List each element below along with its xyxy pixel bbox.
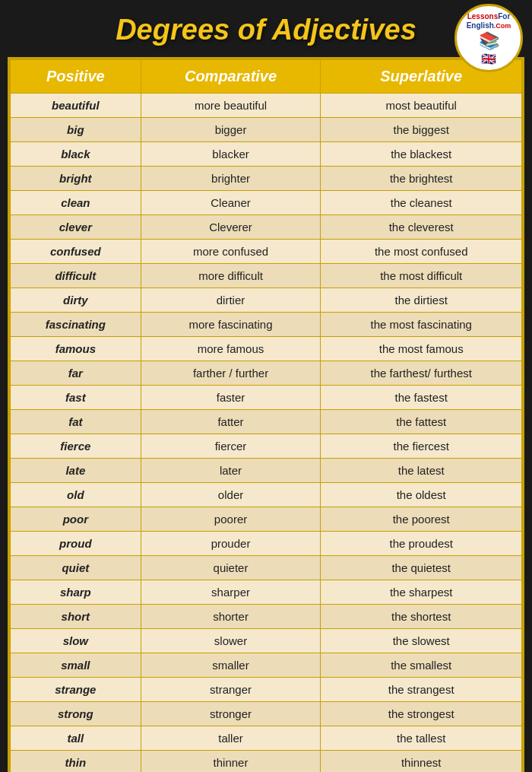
table-row: talltallerthe tallest — [11, 726, 522, 751]
table-row: fascinatingmore fascinatingthe most fasc… — [11, 313, 522, 337]
table-row: bigbiggerthe biggest — [11, 118, 522, 142]
cell-0-2: most beautiful — [321, 94, 522, 118]
cell-4-0: clean — [11, 191, 141, 215]
table-row: brightbrighterthe brightest — [11, 167, 522, 191]
adjectives-table-container: Positive Comparative Superlative beautif… — [8, 57, 524, 772]
table-row: famousmore famousthe most famous — [11, 337, 522, 361]
cell-18-0: proud — [11, 532, 141, 556]
cell-19-0: quiet — [11, 556, 141, 580]
cell-6-0: confused — [11, 240, 141, 264]
cell-24-0: strange — [11, 678, 141, 702]
logo-flag-icon: 🇬🇧 — [481, 52, 496, 66]
cell-14-2: the fiercest — [321, 434, 522, 459]
logo-text: LessonsForEnglish.Com — [464, 11, 515, 30]
cell-21-0: short — [11, 605, 141, 629]
cell-14-0: fierce — [11, 434, 141, 459]
table-row: farfarther / furtherthe farthest/ furthe… — [11, 361, 522, 386]
cell-16-0: old — [11, 483, 141, 507]
cell-11-2: the farthest/ furthest — [321, 361, 522, 386]
cell-1-1: bigger — [141, 118, 321, 142]
table-row: difficultmore difficultthe most difficul… — [11, 264, 522, 288]
table-header-row: Positive Comparative Superlative — [11, 60, 522, 94]
adjectives-table: Positive Comparative Superlative beautif… — [10, 59, 522, 772]
cell-17-0: poor — [11, 507, 141, 532]
cell-8-2: the dirtiest — [321, 288, 522, 313]
cell-2-1: blacker — [141, 142, 321, 167]
cell-1-0: big — [11, 118, 141, 142]
table-row: blackblackerthe blackest — [11, 142, 522, 167]
cell-2-2: the blackest — [321, 142, 522, 167]
cell-6-2: the most confused — [321, 240, 522, 264]
cell-23-1: smaller — [141, 653, 321, 678]
cell-27-2: thinnest — [321, 751, 522, 773]
cell-10-0: famous — [11, 337, 141, 361]
cell-18-2: the proudest — [321, 532, 522, 556]
cell-12-2: the fastest — [321, 386, 522, 410]
cell-1-2: the biggest — [321, 118, 522, 142]
cell-20-1: sharper — [141, 580, 321, 605]
table-row: cleanCleanerthe cleanest — [11, 191, 522, 215]
table-row: oldolderthe oldest — [11, 483, 522, 507]
cell-3-0: bright — [11, 167, 141, 191]
table-row: fiercefiercerthe fiercest — [11, 434, 522, 459]
table-row: slowslowerthe slowest — [11, 629, 522, 653]
cell-2-0: black — [11, 142, 141, 167]
header: Degrees of Adjectives LessonsForEnglish.… — [0, 0, 532, 57]
cell-8-0: dirty — [11, 288, 141, 313]
cell-4-2: the cleanest — [321, 191, 522, 215]
cell-20-0: sharp — [11, 580, 141, 605]
cell-5-0: clever — [11, 215, 141, 240]
cell-13-1: fatter — [141, 410, 321, 434]
cell-3-2: the brightest — [321, 167, 522, 191]
cell-11-1: farther / further — [141, 361, 321, 386]
logo-book-icon: 📚 — [479, 31, 499, 51]
table-row: proudprouderthe proudest — [11, 532, 522, 556]
table-row: confusedmore confusedthe most confused — [11, 240, 522, 264]
cell-17-1: poorer — [141, 507, 321, 532]
cell-10-1: more famous — [141, 337, 321, 361]
cell-19-2: the quietest — [321, 556, 522, 580]
cell-20-2: the sharpest — [321, 580, 522, 605]
cell-27-1: thinner — [141, 751, 321, 773]
cell-10-2: the most famous — [321, 337, 522, 361]
cell-11-0: far — [11, 361, 141, 386]
cell-24-2: the strangest — [321, 678, 522, 702]
cell-3-1: brighter — [141, 167, 321, 191]
cell-22-2: the slowest — [321, 629, 522, 653]
cell-15-2: the latest — [321, 459, 522, 483]
cell-13-2: the fattest — [321, 410, 522, 434]
cell-0-0: beautiful — [11, 94, 141, 118]
cell-5-2: the cleverest — [321, 215, 522, 240]
table-row: quietquieterthe quietest — [11, 556, 522, 580]
cell-26-1: taller — [141, 726, 321, 751]
cell-7-1: more difficult — [141, 264, 321, 288]
cell-9-0: fascinating — [11, 313, 141, 337]
table-row: strangestrangerthe strangest — [11, 678, 522, 702]
cell-22-0: slow — [11, 629, 141, 653]
cell-15-1: later — [141, 459, 321, 483]
cell-23-2: the smallest — [321, 653, 522, 678]
table-row: smallsmallerthe smallest — [11, 653, 522, 678]
table-row: thinthinnerthinnest — [11, 751, 522, 773]
cell-15-0: late — [11, 459, 141, 483]
cell-9-2: the most fascinating — [321, 313, 522, 337]
cell-7-2: the most difficult — [321, 264, 522, 288]
col-comparative: Comparative — [141, 60, 321, 94]
cell-18-1: prouder — [141, 532, 321, 556]
cell-13-0: fat — [11, 410, 141, 434]
cell-0-1: more beautiful — [141, 94, 321, 118]
cell-19-1: quieter — [141, 556, 321, 580]
cell-21-2: the shortest — [321, 605, 522, 629]
page-wrapper: Degrees of Adjectives LessonsForEnglish.… — [0, 0, 532, 772]
cell-9-1: more fascinating — [141, 313, 321, 337]
table-row: fatfatterthe fattest — [11, 410, 522, 434]
cell-6-1: more confused — [141, 240, 321, 264]
table-row: fastfasterthe fastest — [11, 386, 522, 410]
cell-7-0: difficult — [11, 264, 141, 288]
cell-16-1: older — [141, 483, 321, 507]
cell-24-1: stranger — [141, 678, 321, 702]
table-row: sharpsharperthe sharpest — [11, 580, 522, 605]
cell-17-2: the poorest — [321, 507, 522, 532]
cell-23-0: small — [11, 653, 141, 678]
cell-26-2: the tallest — [321, 726, 522, 751]
